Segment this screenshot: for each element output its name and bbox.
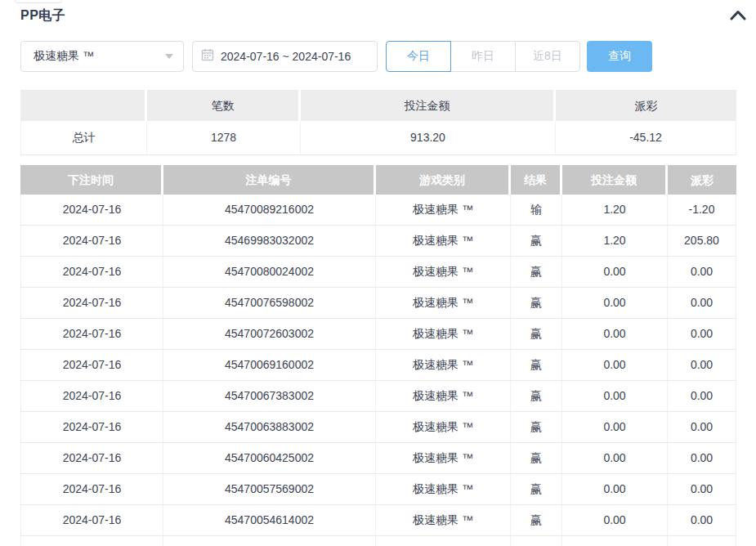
cell-payout: 0.00 [668, 505, 736, 535]
cell-bet-amount: 1.20 [562, 195, 668, 225]
cell-bet-time [20, 536, 163, 546]
cell-bet-amount: 0.00 [562, 257, 668, 287]
cell-bet-amount: 0.00 [562, 381, 668, 411]
cell-bet-time: 2024-07-16 [20, 257, 163, 287]
calendar-icon [201, 48, 214, 65]
cell-game-type: 极速糖果 ™ [376, 195, 511, 225]
summary-total-payout: -45.12 [556, 121, 736, 154]
cell-game-type: 极速糖果 ™ [376, 412, 511, 442]
cell-result: 赢 [511, 350, 562, 380]
cell-bet-amount: 0.00 [562, 474, 668, 504]
game-select[interactable]: 极速糖果 ™ [20, 41, 184, 72]
caret-down-icon [165, 54, 173, 59]
cell-bet-amount: 0.00 [562, 505, 668, 535]
cell-result: 赢 [511, 288, 562, 318]
page-title: PP电子 [20, 7, 65, 25]
table-header-row: 下注时间 注单编号 游戏类别 结果 投注金额 派彩 [20, 165, 736, 195]
cell-bet-id: 45470076598002 [163, 288, 376, 318]
summary-header-blank [20, 90, 147, 121]
cell-bet-id: 45470089216002 [163, 195, 376, 225]
col-bet-time: 下注时间 [20, 165, 163, 195]
cell-bet-id: 45470054614002 [163, 505, 376, 535]
cell-payout: 0.00 [668, 443, 736, 473]
summary-total-label: 总计 [20, 121, 147, 154]
last8days-button[interactable]: 近8日 [515, 41, 580, 72]
cell-bet-id: 45470057569002 [163, 474, 376, 504]
cell-result: 赢 [511, 412, 562, 442]
cell-bet-time: 2024-07-16 [20, 226, 163, 256]
summary-total-row: 总计 1278 913.20 -45.12 [20, 121, 736, 155]
summary-header-bet-amount: 投注金额 [301, 90, 556, 121]
cell-result: 赢 [511, 381, 562, 411]
cell-bet-amount [562, 536, 668, 546]
cell-bet-time: 2024-07-16 [20, 319, 163, 349]
summary-total-count: 1278 [147, 121, 301, 154]
cell-game-type: 极速糖果 ™ [376, 381, 511, 411]
cell-result: 赢 [511, 257, 562, 287]
cell-game-type: 极速糖果 ™ [376, 505, 511, 535]
cell-result: 赢 [511, 474, 562, 504]
cell-bet-id [163, 536, 376, 546]
cell-result: 赢 [511, 505, 562, 535]
cell-bet-time: 2024-07-16 [20, 474, 163, 504]
cell-bet-time: 2024-07-16 [20, 381, 163, 411]
cell-bet-time: 2024-07-16 [20, 505, 163, 535]
chevron-up-icon [730, 9, 746, 24]
cell-bet-amount: 0.00 [562, 319, 668, 349]
cell-game-type: 极速糖果 ™ [376, 257, 511, 287]
today-button[interactable]: 今日 [386, 41, 451, 72]
cell-result: 赢 [511, 226, 562, 256]
cell-bet-time: 2024-07-16 [20, 350, 163, 380]
cell-payout: 0.00 [668, 319, 736, 349]
cell-game-type: 极速糖果 ™ [376, 474, 511, 504]
cell-bet-time: 2024-07-16 [20, 443, 163, 473]
table-row: 2024-07-1645469983032002极速糖果 ™赢1.20205.8… [20, 226, 736, 257]
cell-bet-amount: 0.00 [562, 288, 668, 318]
cell-payout: 0.00 [668, 350, 736, 380]
yesterday-button[interactable]: 昨日 [450, 41, 516, 72]
cell-payout: 205.80 [668, 226, 736, 256]
cell-payout: 0.00 [668, 257, 736, 287]
query-button[interactable]: 查询 [587, 41, 652, 72]
cell-payout: 0.00 [668, 412, 736, 442]
cell-bet-id: 45470060425002 [163, 443, 376, 473]
col-game-type: 游戏类别 [376, 165, 511, 195]
cell-result: 赢 [511, 443, 562, 473]
table-row: 2024-07-1645470076598002极速糖果 ™赢0.000.00 [20, 288, 736, 319]
cell-result [511, 536, 562, 546]
cell-payout: 0.00 [668, 288, 736, 318]
cell-bet-id: 45470063883002 [163, 412, 376, 442]
cell-game-type: 极速糖果 ™ [376, 443, 511, 473]
summary-header-count: 笔数 [147, 90, 301, 121]
quick-date-button-group: 今日 昨日 近8日 [386, 41, 580, 72]
cell-bet-id: 45470072603002 [163, 319, 376, 349]
table-row: 2024-07-1645470063883002极速糖果 ™赢0.000.00 [20, 412, 736, 443]
pp-electronic-panel: PP电子 极速糖果 ™ [0, 0, 756, 546]
cell-bet-id: 45470067383002 [163, 381, 376, 411]
cell-game-type [376, 536, 511, 546]
summary-table: 笔数 投注金额 派彩 总计 1278 913.20 -45.12 [20, 90, 736, 155]
cell-game-type: 极速糖果 ™ [376, 226, 511, 256]
cell-bet-time: 2024-07-16 [20, 195, 163, 225]
cell-bet-id: 45469983032002 [163, 226, 376, 256]
cell-bet-time: 2024-07-16 [20, 412, 163, 442]
cell-payout [668, 536, 736, 546]
col-payout: 派彩 [668, 165, 736, 195]
cell-bet-amount: 0.00 [562, 350, 668, 380]
cell-payout: 0.00 [668, 381, 736, 411]
date-range-input[interactable]: 2024-07-16 ~ 2024-07-16 [192, 41, 378, 72]
col-result: 结果 [511, 165, 562, 195]
cell-game-type: 极速糖果 ™ [376, 288, 511, 318]
cell-result: 赢 [511, 319, 562, 349]
col-bet-id: 注单编号 [163, 165, 376, 195]
game-select-value: 极速糖果 ™ [34, 49, 165, 64]
bet-records-table: 下注时间 注单编号 游戏类别 结果 投注金额 派彩 2024-07-164547… [20, 165, 736, 546]
cell-bet-amount: 0.00 [562, 443, 668, 473]
cell-bet-id: 45470080024002 [163, 257, 376, 287]
date-range-value: 2024-07-16 ~ 2024-07-16 [221, 50, 351, 63]
cutoff-tab-fragment [15, 0, 62, 3]
collapse-button[interactable] [727, 7, 749, 26]
table-row: 2024-07-1645470069160002极速糖果 ™赢0.000.00 [20, 350, 736, 381]
cell-bet-amount: 1.20 [562, 226, 668, 256]
bet-table-body: 2024-07-1645470089216002极速糖果 ™输1.20-1.20… [20, 195, 736, 546]
